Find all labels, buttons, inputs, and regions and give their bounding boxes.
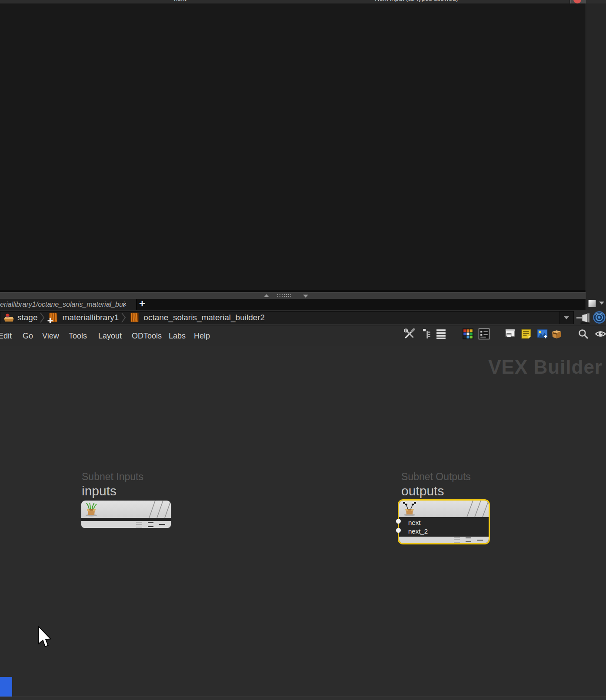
node-type-label: Subnet Inputs [82, 471, 143, 483]
note-icon[interactable] [520, 328, 532, 340]
breadcrumb-label: stage [17, 313, 37, 322]
node-label-group: Subnet Outputs outputs [401, 471, 471, 498]
pane-splitter[interactable] [0, 292, 586, 299]
network-context-watermark: VEX Builder [488, 356, 603, 378]
port-row-next[interactable]: next [399, 518, 489, 527]
menu-bar: Edit Go View Tools Layout ODTools Labs H… [0, 325, 606, 346]
splitter-grip[interactable] [277, 294, 292, 298]
node-flag-triple-icon[interactable] [136, 522, 142, 527]
top-clipped-strip: next Next input (all types allowed) [0, 0, 606, 3]
menu-edit[interactable]: Edit [0, 332, 12, 341]
path-history-dropdown[interactable] [559, 312, 573, 324]
node-footer[interactable] [399, 537, 489, 543]
port-row-next-2[interactable]: next_2 [399, 527, 489, 535]
houdini-window: next Next input (all types allowed) eria… [0, 0, 606, 700]
right-side-column [586, 3, 606, 310]
grid-icon[interactable] [478, 328, 490, 340]
port-label: next [408, 519, 420, 526]
stage-icon [3, 312, 15, 323]
breadcrumb-stage[interactable]: stage [3, 312, 37, 323]
breadcrumb-separator-icon [39, 312, 45, 324]
node-badge-slashes [140, 501, 171, 518]
node-flag-double-icon[interactable] [148, 522, 153, 527]
menu-layout[interactable]: Layout [98, 332, 122, 341]
node-badge-slashes [458, 501, 489, 517]
node-footer[interactable] [81, 521, 171, 528]
menu-help[interactable]: Help [194, 332, 210, 341]
splitter-expand-up-icon[interactable] [264, 294, 269, 297]
tree-icon[interactable] [422, 328, 433, 340]
menu-odtools[interactable]: ODTools [132, 332, 162, 341]
search-icon[interactable] [577, 328, 589, 340]
material-library-icon [47, 312, 60, 324]
node-flag-triple-icon[interactable] [454, 537, 460, 543]
gallery-box-icon[interactable] [551, 328, 563, 340]
node-name-label: inputs [82, 484, 143, 498]
material-builder-icon [128, 312, 141, 324]
tab-network-editor[interactable]: eriallibrary1/octane_solaris_material_bu… [0, 299, 137, 310]
node-flag-double-icon[interactable] [466, 537, 471, 542]
mouse-cursor [37, 626, 51, 648]
input-port-dot[interactable] [396, 519, 401, 524]
breadcrumb-material-builder[interactable]: octane_solaris_material_builder2 [128, 312, 265, 324]
path-field[interactable]: stage materiallibrary1 [0, 311, 574, 324]
clipped-port-name: next [174, 0, 186, 2]
tab-bar: eriallibrary1/octane_solaris_material_bu… [0, 299, 586, 310]
tools-icon[interactable] [403, 328, 415, 340]
menu-go[interactable]: Go [23, 332, 33, 341]
node-body-band [81, 518, 171, 521]
node-flag-single-icon[interactable] [159, 524, 165, 525]
pane-maximize-button[interactable] [588, 300, 596, 307]
node-port-list: next next_2 [399, 517, 489, 536]
node-subnet-outputs[interactable]: next next_2 [398, 499, 490, 544]
breadcrumb-label: materiallibrary1 [62, 313, 119, 322]
port-label: next_2 [408, 527, 428, 535]
subnet-output-icon [402, 501, 417, 517]
input-port-dot[interactable] [396, 528, 401, 533]
tab-label: eriallibrary1/octane_solaris_material_bu… [0, 301, 125, 309]
clipped-port-tooltip: Next input (all types allowed) [375, 0, 458, 2]
splitter-expand-down-icon[interactable] [303, 295, 308, 298]
breadcrumb-label: octane_solaris_material_builder2 [143, 313, 265, 322]
image-icon[interactable] [536, 328, 548, 340]
menu-labs[interactable]: Labs [169, 332, 186, 341]
palette-icon[interactable] [462, 328, 474, 340]
network-editor[interactable]: VEX Builder Subnet Inputs inputs [0, 346, 606, 697]
path-bar: stage materiallibrary1 [0, 310, 606, 325]
radar-follow-icon[interactable] [593, 311, 606, 324]
node-header[interactable] [399, 501, 489, 517]
breadcrumb-separator-icon [120, 312, 127, 324]
bottom-strip [0, 697, 606, 700]
subnet-input-icon [83, 501, 99, 517]
pane-menu-arrow-icon[interactable] [599, 302, 604, 305]
breadcrumb-materiallibrary[interactable]: materiallibrary1 [47, 312, 119, 324]
visibility-eye-icon[interactable] [595, 328, 606, 340]
node-flag-single-icon[interactable] [477, 540, 483, 541]
node-subnet-inputs[interactable] [81, 501, 171, 528]
pin-pane-icon[interactable] [576, 312, 593, 324]
node-name-label: outputs [401, 484, 471, 498]
node-header[interactable] [81, 501, 171, 518]
node-type-label: Subnet Outputs [401, 471, 471, 483]
new-tab-button[interactable]: + [139, 298, 145, 310]
menu-tools[interactable]: Tools [69, 332, 87, 341]
upper-viewport-pane[interactable] [0, 3, 586, 291]
node-label-group: Subnet Inputs inputs [82, 471, 143, 498]
chevron-down-icon [564, 316, 569, 319]
window-icon[interactable] [504, 328, 516, 340]
tab-close-icon[interactable]: × [123, 301, 127, 309]
menu-view[interactable]: View [42, 332, 59, 341]
list-icon[interactable] [435, 328, 447, 340]
blue-pane-indicator[interactable] [0, 677, 12, 697]
